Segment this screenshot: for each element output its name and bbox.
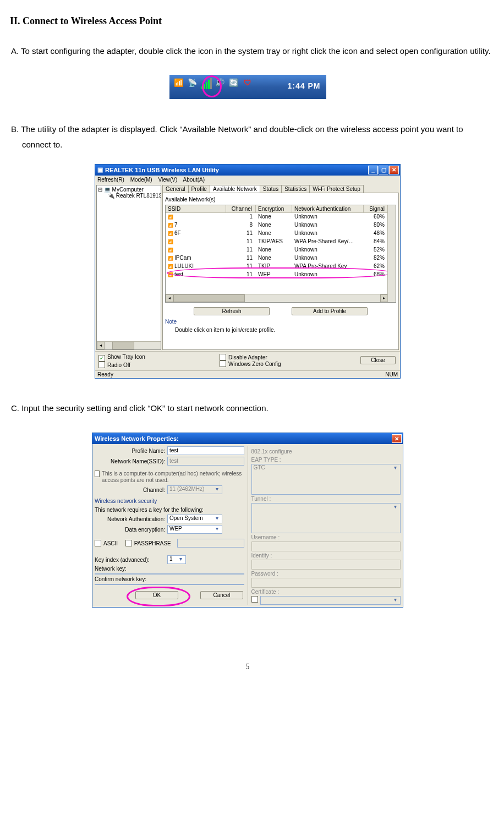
note-title: Note	[165, 319, 396, 325]
zero-config-checkbox[interactable]	[220, 361, 228, 367]
add-to-profile-button[interactable]: Add to Profile	[292, 307, 368, 315]
col-ssid[interactable]: SSID	[166, 205, 226, 212]
refresh-button[interactable]: Refresh	[194, 307, 270, 315]
menu-mode[interactable]: Mode(M)	[130, 177, 152, 183]
ascii-label: ASCII	[103, 540, 118, 546]
enc-select[interactable]: WEP	[167, 525, 222, 534]
auth-select[interactable]: Open System	[167, 515, 222, 523]
security-heading: Wireless network security	[95, 498, 244, 504]
tunnel-select	[251, 503, 401, 534]
label-ssid: Network Name(SSID):	[95, 458, 165, 464]
disable-adapter-checkbox[interactable]	[220, 354, 228, 360]
table-row[interactable]: 11NoneUnknown52%	[166, 246, 396, 254]
tab-panel: Available Network(s) SSID Channel Encryp…	[162, 193, 399, 350]
ascii-checkbox[interactable]	[95, 540, 101, 546]
tab-wps[interactable]: Wi-Fi Protect Setup	[309, 185, 364, 193]
tree-root[interactable]: MyComputer	[112, 187, 144, 193]
zero-config-label: Windows Zero Config	[228, 361, 281, 367]
menu-about[interactable]: About(A)	[183, 177, 205, 183]
network-key-input[interactable]	[95, 573, 244, 575]
tab-statistics[interactable]: Statistics	[281, 185, 310, 193]
status-ready: Ready	[97, 371, 113, 378]
step-b: B. The utility of the adapter is display…	[9, 122, 491, 153]
system-tray: 📶 📡 🔊 🔄 🛡 1:44 PM	[169, 75, 326, 99]
close-button-bottom[interactable]: Close	[360, 356, 396, 364]
radio-off-checkbox[interactable]	[98, 362, 107, 368]
label-tunnel: Tunnel :	[251, 496, 401, 502]
device-tree[interactable]: ⊟ 💻 MyComputer 🔌 Realtek RTL8191SU ◂	[96, 185, 161, 350]
note-text: Double click on item to join/create prof…	[165, 325, 396, 335]
table-row-highlighted[interactable]: test11WEPUnknown68%	[166, 271, 396, 279]
step-c: C. Input the security setting and click …	[9, 401, 491, 417]
systray-figure: 📶 📡 🔊 🔄 🛡 1:44 PM	[4, 75, 491, 101]
show-tray-checkbox[interactable]	[98, 354, 107, 360]
properties-dialog: Wireless Network Properties: ✕ Profile N…	[92, 433, 403, 608]
label-netkey: Network key:	[95, 566, 244, 572]
label-channel: Channel:	[95, 487, 165, 493]
passphrase-checkbox[interactable]	[125, 540, 132, 546]
scrollbar-vertical[interactable]	[387, 205, 396, 302]
table-header: SSID Channel Encryption Network Authenti…	[166, 205, 396, 213]
titlebar: ▣ REALTEK 11n USB Wireless LAN Utility _…	[95, 165, 400, 176]
update-icon: 🔄	[228, 78, 240, 90]
table-row[interactable]: 78NoneUnknown80%	[166, 221, 396, 229]
tab-profile[interactable]: Profile	[188, 185, 210, 193]
cert-checkbox	[251, 596, 258, 603]
table-row[interactable]: IPCam11NoneUnknown82%	[166, 254, 396, 262]
minimize-button[interactable]: _	[368, 166, 378, 174]
eap-select: GTC	[251, 464, 401, 495]
utility-window: ▣ REALTEK 11n USB Wireless LAN Utility _…	[95, 164, 401, 379]
label-username: Username :	[251, 534, 401, 540]
confirm-key-input[interactable]	[95, 584, 244, 585]
ssid-input: test	[167, 457, 244, 466]
app-icon: ▣	[97, 166, 103, 173]
section-heading: II. Connect to Wireless Access Point	[10, 15, 491, 27]
statusbar: Ready NUM	[95, 370, 400, 378]
properties-figure: Wireless Network Properties: ✕ Profile N…	[4, 433, 491, 608]
adhoc-text: This is a computer-to-computer(ad hoc) n…	[102, 471, 244, 484]
label-eap: EAP TYPE :	[251, 457, 401, 463]
label-enc: Data encryption:	[95, 527, 165, 533]
menu-refresh[interactable]: Refresh(R)	[97, 177, 124, 183]
cert-select	[260, 596, 401, 605]
panel-subtitle: Available Network(s)	[165, 196, 396, 203]
scrollbar-horizontal[interactable]: ◂▸	[166, 294, 388, 302]
8021x-heading: 802.1x configure	[251, 448, 401, 455]
clock: 1:44 PM	[288, 81, 321, 90]
menubar: Refresh(R) Mode(M) View(V) About(A)	[95, 176, 400, 184]
profile-name-input[interactable]: test	[167, 446, 244, 455]
maximize-button[interactable]: ▢	[379, 166, 388, 174]
label-profile-name: Profile Name:	[95, 448, 165, 454]
radio-off-label: Radio Off	[107, 362, 130, 368]
tab-general[interactable]: General	[162, 185, 189, 193]
table-row[interactable]: 11TKIP/AESWPA Pre-Shared Key/…84%	[166, 238, 396, 246]
password-input	[251, 578, 401, 588]
prop-title: Wireless Network Properties:	[95, 435, 391, 442]
label-confirm: Confirm network key:	[95, 576, 244, 582]
tab-status[interactable]: Status	[260, 185, 282, 193]
utility-figure: ▣ REALTEK 11n USB Wireless LAN Utility _…	[4, 164, 491, 379]
page-number: 5	[4, 663, 491, 671]
prop-close-button[interactable]: ✕	[392, 434, 402, 443]
table-row[interactable]: LULUKI11TKIPWPA Pre-Shared Key62%	[166, 262, 396, 271]
col-signal[interactable]: Signal	[364, 205, 388, 212]
ok-button[interactable]: OK	[135, 591, 178, 599]
network-icon: 📶	[173, 78, 185, 90]
col-channel[interactable]: Channel	[226, 205, 256, 212]
status-num: NUM	[385, 371, 398, 378]
col-encryption[interactable]: Encryption	[256, 205, 292, 212]
table-row[interactable]: 6F11NoneUnknown46%	[166, 229, 396, 238]
network-table: SSID Channel Encryption Network Authenti…	[165, 205, 396, 303]
tab-available-network[interactable]: Available Network	[210, 185, 260, 193]
tree-device[interactable]: Realtek RTL8191SU	[116, 193, 161, 199]
table-row[interactable]: 1NoneUnknown60%	[166, 213, 396, 221]
show-tray-label: Show Tray Icon	[107, 354, 145, 360]
keyidx-select[interactable]: 1	[167, 555, 186, 564]
menu-view[interactable]: View(V)	[158, 177, 177, 183]
col-auth[interactable]: Network Authentication	[292, 205, 364, 212]
close-button[interactable]: ✕	[389, 166, 399, 174]
cancel-button[interactable]: Cancel	[200, 591, 243, 599]
signal-bars-icon[interactable]	[200, 78, 212, 90]
security-desc: This network requires a key for the foll…	[95, 507, 244, 513]
passphrase-label: PASSPHRASE	[134, 540, 171, 546]
